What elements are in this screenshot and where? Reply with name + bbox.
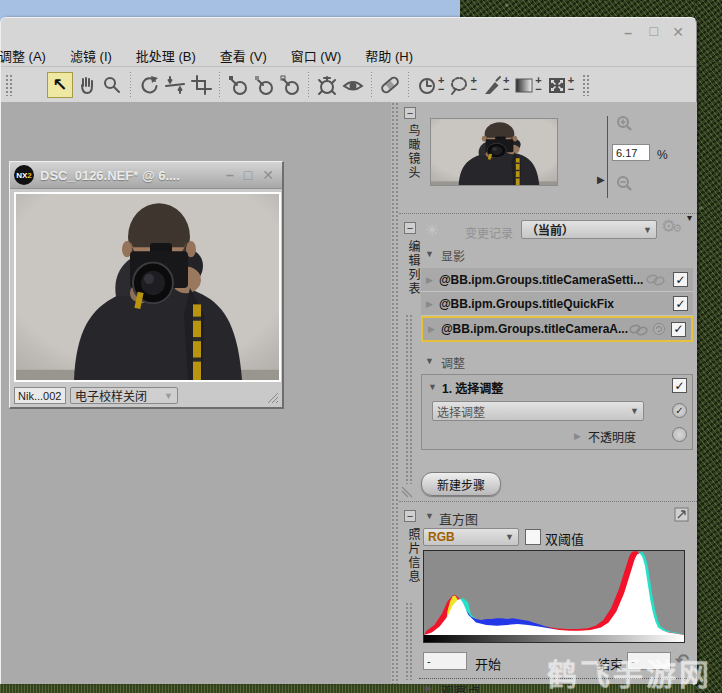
histogram-header[interactable]: 直方图 xyxy=(439,509,478,528)
develop-row-quick-fix[interactable]: ▶ @BB.ipm.Groups.titleQuickFix ✓ xyxy=(421,292,693,316)
birdseye-rail: − 鸟瞰镜头 xyxy=(399,102,423,213)
select-all-minus-icon[interactable]: − xyxy=(438,85,444,94)
app-maximize-button[interactable]: □ xyxy=(650,24,658,38)
fill-selection-icon[interactable] xyxy=(544,72,570,98)
step-apply-toggle[interactable]: ✓ xyxy=(672,403,687,418)
step-title: 1. 选择调整 xyxy=(442,379,503,396)
neutral-control-point-icon[interactable] xyxy=(251,72,277,98)
menu-help[interactable]: 帮助 (H) xyxy=(353,46,425,65)
opacity-triangle-icon[interactable]: ▶ xyxy=(574,431,581,441)
photo-image[interactable] xyxy=(16,194,279,380)
menu-view[interactable]: 查看 (V) xyxy=(208,46,279,65)
selection-brush-icon[interactable] xyxy=(479,72,505,98)
row-checkbox[interactable]: ✓ xyxy=(673,296,688,311)
row-checkbox[interactable]: ✓ xyxy=(671,322,686,337)
document-maximize-button[interactable]: □ xyxy=(244,168,252,182)
straighten-tool-icon[interactable] xyxy=(162,72,188,98)
panel-resize-grip-icon[interactable] xyxy=(401,486,413,498)
zoom-tool-icon[interactable] xyxy=(99,72,125,98)
crop-tool-icon[interactable] xyxy=(188,72,214,98)
soft-proof-dropdown[interactable]: 电子校样关闭 ▼ xyxy=(70,387,178,404)
zoom-out-icon[interactable] xyxy=(615,174,633,192)
photo-info-rail-grip[interactable] xyxy=(405,602,413,680)
doc-resize-grip-icon[interactable] xyxy=(267,392,279,404)
dock-splitter[interactable] xyxy=(391,102,399,684)
doc-status-field[interactable] xyxy=(14,387,66,404)
site-watermark: 鹤飞手游网 xyxy=(547,650,712,693)
app-titlebar[interactable]: – □ ✕ xyxy=(1,18,696,44)
dual-threshold-label: 双阈值 xyxy=(545,529,584,548)
red-eye-control-point-icon[interactable] xyxy=(340,72,366,98)
desktop: – □ ✕ 调整 (A) 滤镜 (I) 批处理 (B) 查看 (V) 窗口 (W… xyxy=(0,0,722,693)
rotate-tool-icon[interactable] xyxy=(136,72,162,98)
watch-point-header[interactable]: 观察点 xyxy=(441,681,480,693)
histogram-plot[interactable] xyxy=(423,550,685,643)
row-expand-icon[interactable]: ▶ xyxy=(426,299,433,309)
soft-proof-value: 电子校样关闭 xyxy=(75,387,147,404)
develop-row-camera-adjust[interactable]: ▶ @BB.ipm.Groups.titleCameraA... ✓ xyxy=(421,316,693,342)
fill-minus-icon[interactable]: − xyxy=(568,85,574,94)
document-close-button[interactable]: ✕ xyxy=(262,168,274,182)
auto-retouch-brush-icon[interactable] xyxy=(377,72,403,98)
row-expand-icon[interactable]: ▶ xyxy=(426,275,433,285)
color-control-point-icon[interactable] xyxy=(314,72,340,98)
step-checkbox[interactable]: ✓ xyxy=(672,378,687,393)
dual-threshold-checkbox[interactable] xyxy=(525,529,541,545)
zoom-slider-track[interactable] xyxy=(607,116,608,198)
edit-list-collapse-button[interactable]: − xyxy=(404,222,416,234)
black-control-point-icon[interactable] xyxy=(225,72,251,98)
new-step-button[interactable]: 新建步骤 xyxy=(421,472,501,496)
menu-adjust[interactable]: 调整 (A) xyxy=(0,46,58,65)
select-adjustment-dropdown[interactable]: 选择调整 ▼ xyxy=(432,401,644,421)
menu-filter[interactable]: 滤镜 (I) xyxy=(58,46,124,65)
opacity-toggle[interactable] xyxy=(672,427,687,442)
zoom-in-icon[interactable] xyxy=(615,114,633,132)
row-checkbox[interactable]: ✓ xyxy=(673,272,688,287)
adjust-header[interactable]: 调整 xyxy=(441,354,465,371)
adjust-triangle-icon[interactable]: ▼ xyxy=(425,356,434,366)
opacity-label[interactable]: 不透明度 xyxy=(588,428,636,445)
channel-dropdown[interactable]: RGB ▼ xyxy=(423,528,519,546)
select-all-tool-icon[interactable] xyxy=(414,72,440,98)
lasso-tool-icon[interactable] xyxy=(446,72,472,98)
direct-select-tool-icon[interactable]: ↖ xyxy=(47,72,73,98)
histogram-start-input[interactable] xyxy=(423,652,467,670)
selection-brush-minus-icon[interactable]: − xyxy=(503,85,509,94)
zoom-slider-thumb[interactable]: ▶ xyxy=(597,174,605,185)
edit-list-rail-grip[interactable] xyxy=(405,314,413,484)
nx2-logo-icon: NX2 xyxy=(14,165,34,185)
selection-gradient-minus-icon[interactable]: − xyxy=(535,85,541,94)
document-window[interactable]: NX2 DSC_0126.NEF* @ 6.... – □ ✕ xyxy=(9,161,284,409)
menu-window[interactable]: 窗口 (W) xyxy=(279,46,354,65)
develop-row-camera-settings[interactable]: ▶ @BB.ipm.Groups.titleCameraSetti... ✓ xyxy=(421,268,693,292)
document-titlebar[interactable]: NX2 DSC_0126.NEF* @ 6.... – □ ✕ xyxy=(10,162,282,189)
develop-header[interactable]: 显影 xyxy=(441,247,465,264)
menu-batch[interactable]: 批处理 (B) xyxy=(124,46,208,65)
zoom-percent-input[interactable] xyxy=(612,144,650,161)
watch-point-triangle-icon[interactable]: ▶ xyxy=(425,683,432,693)
toolbar-grip-icon[interactable] xyxy=(5,74,13,96)
row-label: @BB.ipm.Groups.titleCameraSetti... xyxy=(439,273,643,287)
panel-overflow-icon[interactable]: ▾ xyxy=(687,212,692,223)
birdseye-thumbnail[interactable] xyxy=(431,119,557,185)
app-minimize-button[interactable]: – xyxy=(624,26,632,40)
develop-triangle-icon[interactable]: ▼ xyxy=(425,249,434,259)
lasso-minus-icon[interactable]: − xyxy=(470,85,476,94)
photo-frame xyxy=(14,192,281,382)
histogram-expand-icon[interactable] xyxy=(674,507,689,522)
hand-tool-icon[interactable] xyxy=(73,72,99,98)
app-close-button[interactable]: ✕ xyxy=(672,25,684,39)
settings-gear-icon[interactable]: ⚙⚙ xyxy=(661,216,682,237)
selection-gradient-icon[interactable] xyxy=(511,72,537,98)
row-expand-icon[interactable]: ▶ xyxy=(428,324,435,334)
version-dropdown[interactable]: （当前） ▼ xyxy=(521,220,657,239)
photo-info-collapse-button[interactable]: − xyxy=(404,510,416,522)
document-minimize-button[interactable]: – xyxy=(226,168,234,182)
reset-icon[interactable] xyxy=(652,322,666,336)
photo-info-rail: − 照片信息 xyxy=(399,502,423,684)
histogram-triangle-icon[interactable]: ▼ xyxy=(425,511,434,521)
birdseye-collapse-button[interactable]: − xyxy=(404,107,416,119)
step-triangle-icon[interactable]: ▼ xyxy=(428,382,437,392)
toolbar-grip2-icon[interactable] xyxy=(582,74,590,96)
white-control-point-icon[interactable] xyxy=(277,72,303,98)
